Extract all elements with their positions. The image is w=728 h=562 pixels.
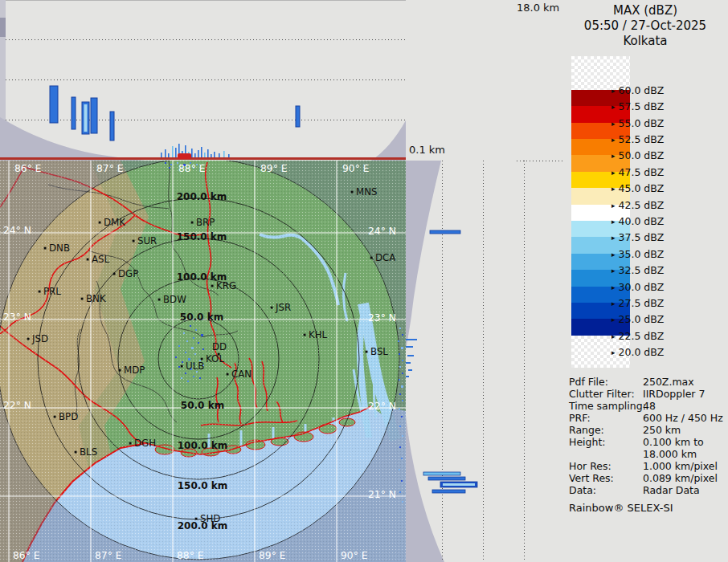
metadata-row: Clutter Filter:IIRDoppler 7 — [562, 388, 728, 400]
metadata-label: Range: — [569, 424, 604, 436]
latitude-label: 22° N — [368, 401, 396, 412]
echo-pixel — [169, 167, 170, 169]
dbz-value: 57.5 dBZ — [619, 100, 665, 112]
echo-pixel — [401, 347, 403, 349]
city-code-label: SUR — [137, 235, 157, 246]
longitude-label: 87° E — [95, 550, 121, 561]
echo-pixel — [399, 353, 400, 355]
echo-pixel — [398, 340, 399, 342]
city-dot — [271, 307, 273, 309]
dbz-value: 50.0 dBZ — [619, 149, 665, 161]
city-dot — [44, 247, 47, 250]
latitude-label: 22° N — [3, 400, 31, 411]
echo-pixel — [193, 376, 194, 377]
city-dot — [75, 451, 77, 454]
dbz-threshold-label: ▸57.5 dBZ — [611, 100, 664, 112]
dbz-value: 42.5 dBZ — [619, 198, 665, 210]
echo-pixel — [165, 162, 166, 164]
city-dot — [370, 257, 373, 259]
longitude-label: 88° E — [178, 163, 205, 174]
echo-pixel — [191, 347, 194, 349]
echo-tick — [406, 346, 413, 348]
dbz-threshold-label: ▸45.0 dBZ — [611, 182, 664, 194]
timestamp: 05:50 / 27-Oct-2025 — [562, 18, 728, 34]
metadata-value: 0.100 km to — [643, 436, 704, 448]
tick-arrow-icon: ▸ — [611, 250, 616, 258]
dbz-value: 22.5 dBZ — [619, 329, 665, 341]
echo-pixel — [399, 393, 401, 395]
metadata-value: 250 km — [643, 424, 681, 436]
echo-pixel — [186, 340, 188, 342]
city-code-label: JSD — [31, 333, 48, 344]
echo-tick — [191, 149, 193, 157]
echo-pixel — [178, 366, 180, 368]
metadata-label: Clutter Filter: — [569, 388, 635, 400]
radar-display: 18.0 km 0.1 km — [0, 0, 728, 562]
tick-arrow-icon: ▸ — [611, 119, 616, 127]
echo-pixel — [181, 377, 182, 379]
echo-pixel — [402, 435, 403, 437]
dbz-threshold-label: ▸35.0 dBZ — [611, 247, 664, 259]
echo-tick — [194, 153, 196, 157]
left-edge-block — [0, 18, 6, 37]
city-dot — [27, 338, 30, 340]
terrain-bump — [178, 153, 191, 159]
dbz-threshold-label: ▸55.0 dBZ — [611, 116, 664, 128]
echo-pixel — [399, 328, 401, 329]
metadata-row: Range:250 km — [562, 424, 728, 436]
dbz-threshold-label: ▸40.0 dBZ — [611, 215, 664, 227]
echo-pixel — [399, 408, 400, 409]
city-dot — [81, 298, 84, 300]
echo-tick — [406, 339, 417, 340]
city-dot — [366, 351, 368, 353]
echo-pixel — [194, 353, 196, 355]
metadata-value: 48 — [643, 400, 656, 412]
city-dot — [99, 222, 101, 224]
metadata-value: 0.089 km/pixel — [643, 472, 718, 484]
city-dot — [113, 273, 116, 275]
metadata-row: 18.000 km — [562, 448, 728, 460]
echo-pixel — [402, 373, 403, 374]
city-dot — [351, 191, 354, 193]
metadata-row: Hor Res:1.000 km/pixel — [562, 460, 728, 472]
echo-column — [91, 98, 97, 133]
tick-arrow-icon: ▸ — [611, 283, 616, 291]
echo-tick — [204, 153, 206, 157]
metadata-row: Height:0.100 km to — [562, 436, 728, 448]
tick-arrow-icon: ▸ — [611, 185, 616, 193]
echo-tick — [168, 153, 170, 157]
echo-pixel — [402, 360, 403, 361]
tick-arrow-icon: ▸ — [611, 152, 616, 160]
ring-distance-label: 150.0 km — [177, 231, 227, 242]
metadata-value: 250Z.max — [643, 376, 694, 388]
echo-pixel — [401, 480, 403, 482]
echo-tick — [223, 151, 225, 157]
latitude-label: 24° N — [3, 225, 31, 236]
dbz-threshold-label: ▸50.0 dBZ — [611, 149, 664, 161]
city-code-label: MDP — [124, 364, 145, 376]
city-dot — [158, 299, 161, 301]
echo-tick — [406, 376, 409, 377]
echo-pixel — [399, 366, 401, 368]
city-code-label: BPD — [59, 411, 78, 422]
echo-column — [423, 472, 460, 475]
ring-distance-label: 100.0 km — [178, 440, 228, 451]
echo-pixel — [185, 373, 186, 374]
echo-tick — [161, 153, 162, 157]
echo-pixel — [399, 379, 400, 381]
metadata-label: Height: — [569, 436, 606, 448]
echo-pixel — [185, 352, 186, 353]
echo-tick — [214, 152, 215, 157]
ring-distance-label: 200.0 km — [177, 191, 227, 202]
city-code-label: DNB — [49, 242, 70, 254]
longitude-label: 88° E — [177, 550, 203, 561]
echo-pixel — [402, 501, 403, 503]
legend-title: MAX (dBZ) 05:50 / 27-Oct-2025 Kolkata — [562, 3, 728, 49]
tick-arrow-icon: ▸ — [611, 168, 616, 176]
city-code-label: PRL — [43, 286, 61, 297]
city-code-label: DD — [212, 341, 227, 352]
city-dot — [87, 259, 89, 261]
dbz-value: 52.5 dBZ — [619, 133, 665, 145]
echo-column — [50, 86, 58, 123]
dbz-value: 32.5 dBZ — [619, 264, 665, 276]
